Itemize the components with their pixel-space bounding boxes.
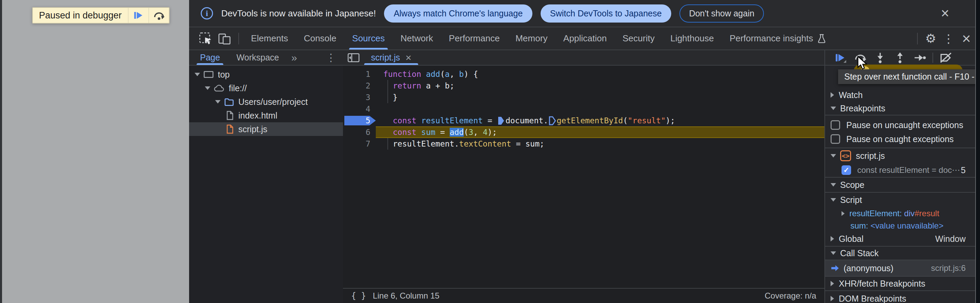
dont-show-again-button[interactable]: Don't show again	[679, 5, 764, 22]
code-token: getElementById	[557, 116, 623, 125]
code-line-text[interactable]: function add(a, b) {	[376, 68, 824, 80]
section-call-stack[interactable]: Call Stack	[825, 246, 980, 260]
current-frame-arrow-icon	[830, 264, 840, 272]
tree-item-script-js[interactable]: script.js	[189, 122, 343, 136]
code-line-text[interactable]: const sum = add(3, 4);	[376, 126, 824, 138]
step-into-button[interactable]	[870, 50, 890, 65]
call-stack-frame-row[interactable]: (anonymous) script.js:6	[825, 260, 980, 276]
code-token: = sum;	[511, 140, 544, 148]
main-tab-security[interactable]: Security	[615, 27, 663, 49]
main-tab-sources[interactable]: Sources	[344, 27, 393, 49]
var-value-id: #result	[915, 209, 939, 218]
pause-uncaught-checkbox[interactable]	[830, 120, 840, 130]
file-js-icon	[225, 124, 234, 134]
line-number: 7	[366, 140, 370, 148]
code-token: 4	[483, 128, 488, 136]
close-tab-icon[interactable]: ×	[406, 52, 412, 63]
main-tab-application[interactable]: Application	[555, 27, 614, 49]
code-token: "result"	[628, 116, 666, 125]
main-tab-performance[interactable]: Performance	[441, 27, 508, 49]
code-line-text[interactable]: }	[376, 92, 824, 103]
code-line-text[interactable]: const resultElement = document.getElemen…	[376, 115, 824, 126]
frame-icon	[204, 70, 214, 79]
infobar-close-icon[interactable]: ×	[941, 6, 949, 21]
chevron-down-icon	[830, 198, 836, 201]
flask-icon	[817, 34, 826, 43]
banner-step-over-button[interactable]	[149, 8, 169, 23]
code-line-text[interactable]: return a + b;	[376, 80, 824, 92]
code-editor[interactable]: 1function add(a, b) {2 return a + b;3 }4…	[343, 66, 824, 288]
main-tab-lighthouse[interactable]: Lighthouse	[662, 27, 721, 49]
code-line-text[interactable]	[376, 103, 824, 115]
code-line-text[interactable]: resultElement.textContent = sum;	[376, 138, 824, 150]
hide-navigator-icon[interactable]	[343, 50, 364, 65]
line-number-gutter[interactable]: 1	[343, 68, 376, 80]
tab-workspace[interactable]: Workspace	[233, 50, 282, 65]
code-token: =	[435, 128, 450, 136]
switch-to-japanese-button[interactable]: Switch DevTools to Japanese	[541, 5, 671, 22]
section-breakpoints[interactable]: Breakpoints	[825, 102, 980, 116]
section-watch[interactable]: Watch	[825, 88, 980, 102]
tree-item-index-html[interactable]: index.html	[189, 109, 343, 122]
line-number-gutter[interactable]: 3	[343, 92, 376, 103]
breakpoint-entry-row[interactable]: ✓ const resultElement = doc⋯ 5	[825, 163, 980, 177]
code-token: ,	[473, 128, 483, 136]
section-xhr-breakpoints[interactable]: XHR/fetch Breakpoints	[825, 276, 980, 290]
main-tab-network[interactable]: Network	[393, 27, 441, 49]
banner-resume-button[interactable]	[129, 8, 148, 23]
line-number-gutter[interactable]: 6	[343, 126, 376, 138]
main-tab-elements[interactable]: Elements	[243, 27, 296, 49]
scope-var-sum[interactable]: sum: <value unavailable>	[825, 220, 980, 232]
pause-uncaught-row[interactable]: Pause on uncaught exceptions	[825, 117, 980, 133]
settings-gear-icon[interactable]: ⚙	[922, 32, 940, 46]
scope-global-label: Global	[839, 234, 864, 244]
frame-name: (anonymous)	[843, 263, 894, 273]
editor-tab-scriptjs[interactable]: script.js ×	[364, 50, 418, 65]
inline-breakpoint-icon[interactable]	[497, 116, 505, 125]
breakpoint-file-row[interactable]: <> script.js	[825, 148, 980, 163]
pause-caught-row[interactable]: Pause on caught exceptions	[825, 133, 980, 146]
inline-breakpoint-icon[interactable]	[548, 116, 557, 125]
navigator-more-icon[interactable]: ⋮	[319, 50, 343, 65]
deactivate-breakpoints-button[interactable]	[936, 50, 956, 65]
scope-script-row[interactable]: Script	[825, 193, 980, 207]
code-token: );	[488, 128, 497, 136]
section-dom-breakpoints[interactable]: DOM Breakpoints	[825, 290, 980, 303]
chevron-down-icon[interactable]	[194, 73, 200, 76]
main-tab-console[interactable]: Console	[296, 27, 344, 49]
tab-page[interactable]: Page	[197, 50, 223, 65]
line-number: 3	[366, 93, 370, 102]
toggle-device-toolbar-icon[interactable]	[215, 27, 234, 49]
code-token	[383, 128, 393, 136]
breakpoint-checkbox[interactable]: ✓	[842, 165, 851, 175]
code-token: );	[666, 116, 675, 125]
breakpoint-line-gutter[interactable]: 5	[343, 115, 376, 126]
pause-caught-checkbox[interactable]	[830, 134, 840, 144]
resume-button[interactable]	[830, 50, 850, 65]
main-tab-performance-insights[interactable]: Performance insights	[722, 27, 834, 49]
tree-item-users-user-project[interactable]: Users/user/project	[189, 95, 343, 109]
tree-item-file-[interactable]: file://	[189, 81, 343, 95]
chevron-down-icon[interactable]	[215, 100, 221, 103]
step-out-button[interactable]	[890, 50, 910, 65]
more-options-icon[interactable]: ⋮	[940, 32, 958, 46]
section-scope[interactable]: Scope	[825, 177, 980, 193]
line-number-gutter[interactable]: 7	[343, 138, 376, 150]
inspect-icon[interactable]	[196, 27, 215, 49]
var-value: <value unavailable>	[870, 221, 944, 231]
scope-global-row[interactable]: Global Window	[825, 232, 980, 246]
chevron-down-icon[interactable]	[205, 86, 210, 90]
close-devtools-icon[interactable]: ×	[958, 31, 975, 46]
scope-global-value: Window	[935, 234, 975, 244]
more-tabs-icon[interactable]: »	[291, 50, 297, 65]
tree-item-top[interactable]: top	[189, 68, 343, 81]
chevron-down-icon	[830, 154, 836, 157]
pretty-print-icon[interactable]: { }	[351, 291, 366, 301]
always-match-language-button[interactable]: Always match Chrome's language	[384, 5, 532, 22]
line-number-gutter[interactable]: 4	[343, 103, 376, 115]
tree-item-label: file://	[229, 83, 247, 93]
main-tab-memory[interactable]: Memory	[508, 27, 555, 49]
line-number-gutter[interactable]: 2	[343, 80, 376, 92]
scope-var-resultelement[interactable]: resultElement: div #result	[825, 207, 980, 220]
step-button[interactable]	[910, 50, 930, 65]
